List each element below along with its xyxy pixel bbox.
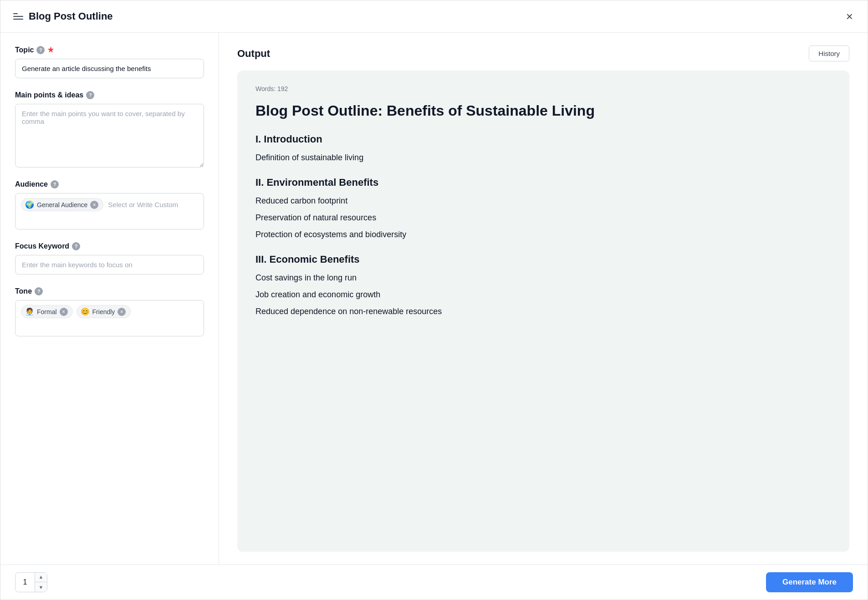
output-header: Output History (237, 46, 849, 61)
header-left: Blog Post Outline (13, 10, 113, 22)
section-item-3-1: Cost savings in the long run (255, 272, 831, 284)
section-item-1-1: Definition of sustainable living (255, 152, 831, 164)
section-item-2-1: Reduced carbon footprint (255, 195, 831, 207)
topic-help-icon[interactable]: ? (36, 46, 45, 54)
tone-friendly-label: Friendly (92, 308, 115, 315)
app-header: Blog Post Outline × (0, 0, 868, 33)
main-points-textarea[interactable] (15, 104, 204, 168)
right-panel: Output History Words: 192 Blog Post Outl… (219, 33, 868, 564)
focus-keyword-help-icon[interactable]: ? (72, 242, 80, 250)
menu-icon[interactable] (13, 13, 23, 20)
tone-label: Tone ? (15, 287, 204, 295)
output-main-title: Blog Post Outline: Benefits of Sustainab… (255, 102, 831, 121)
audience-tags-input[interactable]: 🌍 General Audience × Select or Write Cus… (15, 193, 204, 229)
section-item-2-2: Preservation of natural resources (255, 212, 831, 224)
audience-tag-emoji: 🌍 (25, 200, 34, 209)
generate-more-button[interactable]: Generate More (766, 572, 853, 592)
audience-placeholder: Select or Write Custom (107, 199, 179, 210)
topic-label: Topic ? ★ (15, 46, 204, 54)
section-item-2-3: Protection of ecosystems and biodiversit… (255, 229, 831, 241)
main-content: Topic ? ★ Main points & ideas ? Audience… (0, 33, 868, 564)
section-heading-3: III. Economic Benefits (255, 254, 831, 265)
audience-label: Audience ? (15, 180, 204, 188)
tone-tags-input[interactable]: 🧑‍💼 Formal × 😊 Friendly × (15, 300, 204, 336)
audience-tag-remove[interactable]: × (90, 201, 98, 209)
tone-tag-friendly: 😊 Friendly × (77, 305, 131, 318)
section-item-3-3: Reduced dependence on non-renewable reso… (255, 305, 831, 318)
main-points-help-icon[interactable]: ? (86, 91, 94, 99)
topic-field-group: Topic ? ★ (15, 46, 204, 78)
focus-keyword-label: Focus Keyword ? (15, 242, 204, 250)
tone-tag-formal: 🧑‍💼 Formal × (21, 305, 73, 318)
topic-input[interactable] (15, 59, 204, 78)
focus-keyword-field-group: Focus Keyword ? (15, 242, 204, 275)
stepper-buttons: ▲ ▼ (35, 572, 47, 592)
audience-tag-general: 🌍 General Audience × (21, 198, 103, 211)
audience-help-icon[interactable]: ? (51, 180, 59, 188)
tone-tags-row: 🧑‍💼 Formal × 😊 Friendly × (21, 305, 198, 318)
word-count: Words: 192 (255, 85, 831, 92)
footer-bar: ▲ ▼ Generate More (0, 564, 868, 600)
quantity-stepper[interactable]: ▲ ▼ (15, 572, 47, 592)
stepper-up-button[interactable]: ▲ (35, 572, 47, 582)
tone-formal-emoji: 🧑‍💼 (25, 307, 34, 316)
tone-help-icon[interactable]: ? (35, 287, 43, 295)
stepper-value-input[interactable] (15, 578, 35, 586)
focus-keyword-input[interactable] (15, 255, 204, 275)
page-title: Blog Post Outline (29, 10, 113, 22)
main-points-label: Main points & ideas ? (15, 91, 204, 99)
audience-tags-row: 🌍 General Audience × Select or Write Cus… (21, 198, 198, 211)
section-heading-2: II. Environmental Benefits (255, 177, 831, 188)
output-title: Output (237, 48, 270, 60)
audience-tag-label: General Audience (37, 201, 87, 208)
main-points-field-group: Main points & ideas ? (15, 91, 204, 168)
topic-required-star: ★ (47, 46, 54, 54)
section-item-3-2: Job creation and economic growth (255, 289, 831, 301)
left-panel: Topic ? ★ Main points & ideas ? Audience… (0, 33, 219, 564)
history-button[interactable]: History (809, 46, 849, 61)
close-button[interactable]: × (844, 9, 855, 24)
section-heading-1: I. Introduction (255, 133, 831, 145)
tone-friendly-emoji: 😊 (81, 307, 90, 316)
stepper-down-button[interactable]: ▼ (35, 582, 47, 592)
tone-formal-label: Formal (37, 308, 57, 315)
output-content: Words: 192 Blog Post Outline: Benefits o… (237, 71, 849, 552)
tone-field-group: Tone ? 🧑‍💼 Formal × 😊 Friendly × (15, 287, 204, 336)
audience-field-group: Audience ? 🌍 General Audience × Select o… (15, 180, 204, 229)
tone-friendly-remove[interactable]: × (117, 308, 126, 316)
tone-formal-remove[interactable]: × (60, 308, 68, 316)
